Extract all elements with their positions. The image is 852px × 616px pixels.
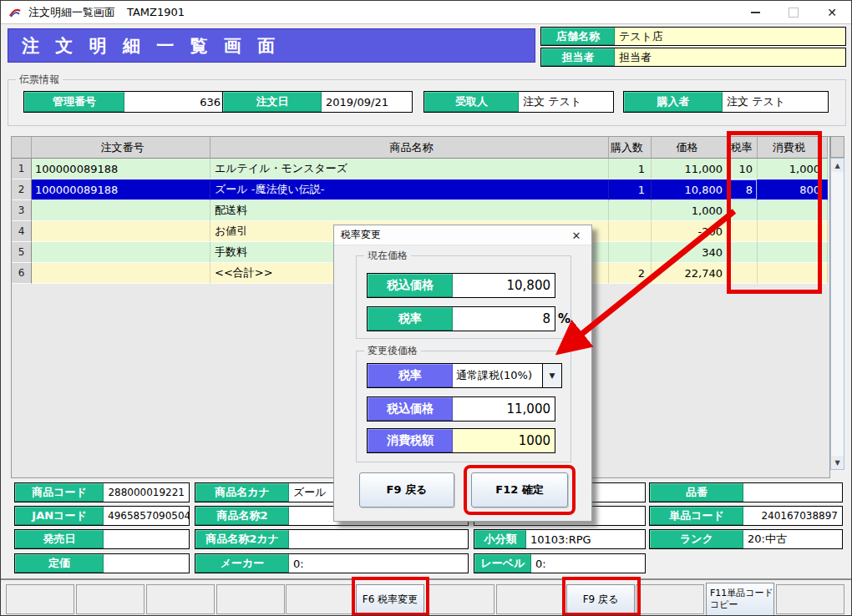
tax-rate-cell[interactable] bbox=[730, 242, 758, 263]
scroll-up-icon: ▲ bbox=[834, 162, 839, 169]
part-no-field[interactable] bbox=[743, 483, 842, 502]
recipient-field[interactable]: 注文 テスト bbox=[519, 92, 613, 112]
price-cell[interactable]: 1,000 bbox=[652, 200, 730, 221]
product-name-cell[interactable]: 配送料 bbox=[210, 200, 609, 221]
close-button[interactable]: ✕ bbox=[813, 1, 851, 24]
table-row[interactable]: 3 配送料 1,000 bbox=[12, 200, 829, 221]
rank-pair: ランク 20:中古 bbox=[649, 529, 843, 549]
table-header-corner bbox=[830, 136, 844, 158]
manage-number-field[interactable]: 636 bbox=[124, 92, 225, 112]
f9-back-button[interactable]: F9 戻る bbox=[566, 584, 635, 614]
item-code-field[interactable]: 240167038897 bbox=[743, 507, 842, 525]
price-cell[interactable]: 11,000 bbox=[652, 159, 730, 179]
qty-cell[interactable] bbox=[609, 200, 652, 221]
close-icon: ✕ bbox=[827, 6, 837, 19]
scroll-up-button[interactable]: ▲ bbox=[831, 159, 844, 172]
tax-rate-dropdown[interactable]: 通常課税(10%) ▼ bbox=[453, 364, 561, 387]
window-title-code: TAMZ1901 bbox=[127, 6, 185, 18]
tax-rate-header: 税率 bbox=[730, 137, 758, 159]
dialog-confirm-button[interactable]: F12 確定 bbox=[471, 472, 568, 507]
label-field[interactable]: 0: bbox=[531, 554, 645, 573]
title-bar: 注文明細一覧画面 TAMZ1901 ✕ bbox=[1, 1, 851, 24]
current-rate-field[interactable]: 8 bbox=[453, 307, 555, 331]
tax-rate-cell[interactable]: 10 bbox=[730, 159, 758, 179]
order-no-cell[interactable] bbox=[32, 242, 210, 263]
store-name-field[interactable]: テスト店 bbox=[615, 28, 845, 45]
after-price-field[interactable]: 11,000 bbox=[453, 397, 555, 421]
current-rate-label: 税率 bbox=[368, 307, 453, 331]
qty-cell[interactable] bbox=[609, 242, 652, 263]
row-number-header bbox=[12, 137, 32, 159]
rank-field[interactable]: 20:中古 bbox=[743, 530, 842, 548]
tax-rate-cell[interactable] bbox=[730, 200, 758, 221]
product-code-field[interactable]: 288000019221 bbox=[104, 483, 189, 502]
order-no-cell[interactable] bbox=[32, 221, 210, 242]
order-no-cell[interactable]: 100000089188 bbox=[32, 159, 210, 179]
qty-cell[interactable] bbox=[609, 221, 652, 242]
vertical-scrollbar[interactable]: ▲ ▼ bbox=[830, 158, 844, 470]
product-name-cell[interactable]: エルテイル・モンスターズ bbox=[210, 159, 609, 179]
tax-cell[interactable] bbox=[758, 200, 828, 221]
dialog-close-button[interactable]: ✕ bbox=[568, 228, 585, 243]
jan-code-pair: JANコード 4965857090504 bbox=[14, 506, 190, 526]
maximize-button[interactable] bbox=[774, 1, 813, 24]
order-no-cell[interactable] bbox=[32, 263, 210, 284]
scroll-down-button[interactable]: ▼ bbox=[831, 456, 844, 469]
name2-label: 商品名称2 bbox=[195, 507, 289, 525]
tax-rate-cell[interactable] bbox=[730, 221, 758, 242]
price-header: 価格 bbox=[652, 137, 730, 159]
price-cell[interactable]: 340 bbox=[652, 242, 730, 263]
minimize-icon bbox=[751, 12, 760, 13]
tax-cell[interactable] bbox=[758, 263, 828, 284]
order-no-cell[interactable]: 100000089188 bbox=[32, 179, 210, 200]
after-tax-pair: 消費税額 1000 bbox=[367, 428, 555, 453]
dropdown-button[interactable]: ▼ bbox=[542, 364, 561, 387]
product-name-cell[interactable]: ズール -魔法使い伝説- bbox=[210, 179, 609, 200]
name2-kana-field[interactable] bbox=[289, 530, 468, 548]
qty-cell[interactable]: 1 bbox=[609, 179, 652, 200]
price-cell[interactable]: 22,740 bbox=[652, 263, 730, 284]
name2-kana-pair: 商品名称2カナ bbox=[195, 529, 469, 549]
function-key-bar: F6 税率変更 F9 戻る F11単品コード コピー bbox=[1, 578, 852, 616]
price-cell[interactable]: 10,800 bbox=[652, 179, 730, 200]
slip-info-group-label: 伝票情報 bbox=[16, 73, 63, 87]
tax-cell[interactable] bbox=[758, 221, 828, 242]
name2-kana-label: 商品名称2カナ bbox=[195, 530, 289, 548]
qty-cell[interactable]: 1 bbox=[609, 159, 652, 179]
after-tax-label: 消費税額 bbox=[368, 429, 453, 452]
dialog-title-bar[interactable]: 税率変更 ✕ bbox=[334, 225, 591, 245]
row-number: 3 bbox=[12, 200, 32, 221]
after-tax-field[interactable]: 1000 bbox=[453, 429, 555, 452]
current-price-field[interactable]: 10,800 bbox=[453, 274, 555, 297]
f6-tax-rate-change-button[interactable]: F6 税率変更 bbox=[356, 584, 424, 614]
fkey-slot bbox=[636, 584, 704, 614]
f11-button-line1: F11単品コード bbox=[710, 588, 773, 599]
qty-cell[interactable]: 2 bbox=[609, 263, 652, 284]
price-cell[interactable]: -200 bbox=[652, 221, 730, 242]
store-name-label: 店舗名称 bbox=[541, 28, 615, 45]
minimize-button[interactable] bbox=[736, 1, 774, 24]
table-row[interactable]: 1 100000089188 エルテイル・モンスターズ 1 11,000 10 … bbox=[12, 159, 829, 179]
sub-class-field[interactable]: 10103:RPG bbox=[526, 530, 645, 548]
order-date-field[interactable]: 2019/09/21 bbox=[322, 92, 412, 112]
f11-copy-item-code-button[interactable]: F11単品コード コピー bbox=[706, 583, 774, 616]
dialog-back-button[interactable]: F9 戻る bbox=[359, 472, 454, 507]
maker-field[interactable]: 0: bbox=[289, 554, 468, 573]
list-price-field[interactable] bbox=[104, 554, 189, 573]
staff-field[interactable]: 担当者 bbox=[615, 48, 845, 66]
purchaser-field[interactable]: 注文 テスト bbox=[723, 92, 828, 112]
table-row-selected[interactable]: 2 100000089188 ズール -魔法使い伝説- 1 10,800 8 8… bbox=[12, 179, 829, 200]
tax-rate-cell[interactable] bbox=[730, 263, 758, 284]
jan-code-field[interactable]: 4965857090504 bbox=[104, 507, 189, 525]
staff-label: 担当者 bbox=[541, 48, 615, 66]
app-window: 注文明細一覧画面 TAMZ1901 ✕ 注 文 明 細 一 覧 画 面 店舗名称… bbox=[0, 0, 852, 616]
order-no-cell[interactable] bbox=[32, 200, 210, 221]
tax-cell[interactable] bbox=[758, 242, 828, 263]
release-date-field[interactable] bbox=[104, 530, 189, 548]
tax-cell[interactable]: 1,000 bbox=[758, 159, 828, 179]
tax-rate-cell-focused[interactable]: 8 bbox=[730, 179, 758, 200]
tax-rate-dropdown-value: 通常課税(10%) bbox=[453, 364, 542, 387]
tax-cell[interactable]: 800 bbox=[758, 179, 828, 200]
after-price-group: 変更後価格 税率 通常課税(10%) ▼ 税込価格 11,000 消費税額 10… bbox=[356, 351, 571, 462]
order-date-label: 注文日 bbox=[223, 92, 322, 112]
